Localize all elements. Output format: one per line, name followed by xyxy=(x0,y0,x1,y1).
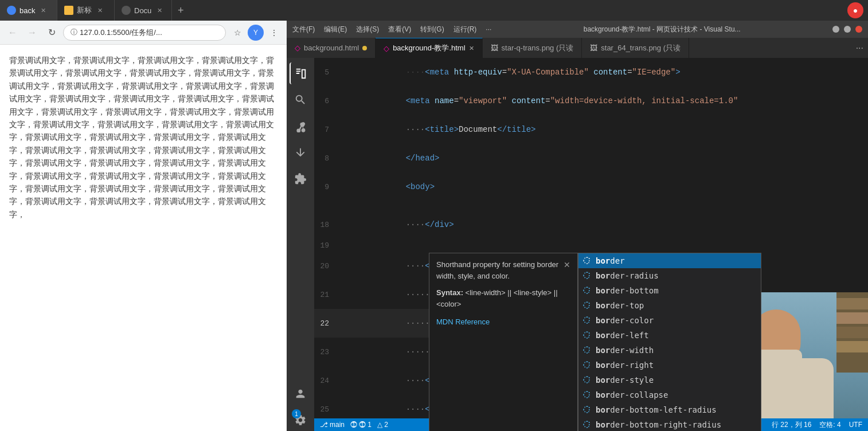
star-button[interactable]: ☆ xyxy=(229,25,245,41)
address-text: 127.0.0.1:5500/任务组/... xyxy=(80,28,162,38)
autocomplete-item-border-left[interactable]: border-left xyxy=(578,328,761,343)
autocomplete-item-border-right[interactable]: border-right xyxy=(578,358,761,373)
close-button[interactable] xyxy=(855,26,862,33)
activity-account[interactable] xyxy=(290,383,311,405)
status-warnings[interactable]: △ 2 xyxy=(377,421,388,429)
nav-forward-button[interactable]: → xyxy=(24,25,40,41)
code-line-9: 9 <body> xyxy=(314,173,868,201)
nav-back-button[interactable]: ← xyxy=(5,25,21,41)
minimize-button[interactable] xyxy=(832,26,839,33)
autocomplete-item-border-bottom-left-radius[interactable]: border-bottom-left-radius xyxy=(578,402,761,417)
activity-explorer[interactable] xyxy=(290,62,311,84)
activity-git[interactable] xyxy=(290,115,311,137)
tab-bg-jx-close[interactable]: ✕ xyxy=(469,45,474,52)
back-tab-close[interactable]: ✕ xyxy=(41,7,46,14)
code-line-8: 8 </head> xyxy=(314,144,868,173)
autocomplete-list: borderborder-radiusborder-bottomborder-t… xyxy=(578,253,761,431)
tooltip-syntax-label: Syntax: <line-width> || <line-style> || … xyxy=(436,287,570,309)
css-property-icon xyxy=(583,257,591,265)
css-property-icon xyxy=(583,346,591,354)
warning-count: △ 2 xyxy=(377,421,388,429)
code-gap xyxy=(314,201,868,210)
tab-bg-html-label: background.html xyxy=(304,44,359,52)
css-property-icon xyxy=(583,301,591,309)
autocomplete-item-label: border-bottom-left-radius xyxy=(596,405,717,414)
activity-debug[interactable] xyxy=(290,142,311,163)
menu-view[interactable]: 查看(V) xyxy=(388,25,411,34)
vscode-more-tabs[interactable]: ··· xyxy=(851,38,868,58)
autocomplete-item-border-radius[interactable]: border-radius xyxy=(578,268,761,283)
css-property-icon xyxy=(583,287,591,295)
new-tab-close[interactable]: ✕ xyxy=(97,7,103,14)
maximize-button[interactable] xyxy=(844,26,851,33)
menu-more[interactable]: ··· xyxy=(486,25,491,33)
vscode-tab-star-64[interactable]: 🖼 star_64_trans.png (只读 xyxy=(582,38,689,58)
git-icon: ⎇ xyxy=(320,421,328,429)
autocomplete-item-border-bottom[interactable]: border-bottom xyxy=(578,283,761,298)
docu-tab-close[interactable]: ✕ xyxy=(157,7,162,14)
activity-settings[interactable]: 1 xyxy=(290,409,311,431)
back-tab-label: back xyxy=(19,6,35,15)
activity-search[interactable] xyxy=(290,89,311,111)
more-button[interactable]: ⋮ xyxy=(266,25,282,41)
status-spaces[interactable]: 空格: 4 xyxy=(819,420,840,430)
autocomplete-item-label: border xyxy=(596,256,625,265)
browser-tab-back[interactable]: back ✕ xyxy=(0,0,57,21)
browser-tab-bar: back ✕ 新标 ✕ Docu ✕ + ● xyxy=(0,0,868,21)
tab-star-q-label: star-q-trans.png (只读 xyxy=(502,43,574,53)
menu-goto[interactable]: 转到(G) xyxy=(420,25,444,34)
autocomplete-item-label: border-right xyxy=(596,361,654,370)
status-encoding[interactable]: UTF xyxy=(849,421,862,429)
browser-tab-docu[interactable]: Docu ✕ xyxy=(115,0,172,21)
profile-button[interactable]: Y xyxy=(248,25,264,41)
menu-file[interactable]: 文件(F) xyxy=(292,25,315,34)
status-errors[interactable]: ⓵ ⓵ 1 xyxy=(350,421,372,429)
main-area: ← → ↻ ⓘ 127.0.0.1:5500/任务组/... ☆ Y ⋮ 背景调… xyxy=(0,21,868,431)
autocomplete-item-border-style[interactable]: border-style xyxy=(578,373,761,387)
menu-edit[interactable]: 编辑(E) xyxy=(324,25,347,34)
vscode-title: background-教学.html - 网页设计技术 - Visual Stu… xyxy=(498,25,826,34)
browser-nav: ← → ↻ ⓘ 127.0.0.1:5500/任务组/... ☆ Y ⋮ xyxy=(0,21,287,45)
browser-panel: ← → ↻ ⓘ 127.0.0.1:5500/任务组/... ☆ Y ⋮ 背景调… xyxy=(0,21,287,431)
menu-select[interactable]: 选择(S) xyxy=(356,25,379,34)
autocomplete-item-border-top[interactable]: border-top xyxy=(578,298,761,313)
bookshelf xyxy=(836,292,868,373)
autocomplete-item-border-bottom-right-radius[interactable]: border-bottom-right-radius xyxy=(578,417,761,431)
autocomplete-item-border-width[interactable]: border-width xyxy=(578,343,761,358)
mdn-reference-link[interactable]: MDN Reference xyxy=(436,318,490,326)
vscode-tab-bg-html[interactable]: ◇ background.html xyxy=(287,38,376,58)
vscode-tab-bg-jx[interactable]: ◇ background-教学.html ✕ xyxy=(376,38,482,58)
code-line-19: 19 xyxy=(314,239,868,252)
line-col-text: 行 22，列 16 xyxy=(772,420,811,430)
autocomplete-tooltip-close[interactable]: ✕ xyxy=(564,259,570,271)
autocomplete-item-border[interactable]: border xyxy=(578,253,761,268)
new-browser-tab-button[interactable]: + xyxy=(172,0,190,21)
nav-refresh-button[interactable]: ↻ xyxy=(44,25,60,41)
tab-bg-jx-icon: ◇ xyxy=(384,44,389,53)
activity-extensions[interactable] xyxy=(290,168,311,190)
status-git-branch[interactable]: ⎇ main xyxy=(320,421,345,429)
status-line-col[interactable]: 行 22，列 16 xyxy=(772,420,811,430)
autocomplete-item-label: border-radius xyxy=(596,271,659,280)
autocomplete-item-border-collapse[interactable]: border-collapse xyxy=(578,387,761,402)
autocomplete-item-border-color[interactable]: border-color xyxy=(578,313,761,328)
encoding-text: UTF xyxy=(849,421,862,429)
tab-star-64-label: star_64_trans.png (只读 xyxy=(601,43,681,53)
vscode-window-buttons xyxy=(832,26,862,33)
status-left: ⎇ main ⓵ ⓵ 1 △ 2 xyxy=(320,421,388,429)
css-property-icon xyxy=(583,361,591,369)
autocomplete-item-label: border-top xyxy=(596,301,644,310)
tab-star-q-icon: 🖼 xyxy=(491,44,498,52)
settings-notification-badge: 1 xyxy=(292,409,301,418)
docu-tab-favicon xyxy=(122,6,131,15)
error-count: ⓵ 1 xyxy=(359,421,372,429)
address-bar[interactable]: ⓘ 127.0.0.1:5500/任务组/... xyxy=(63,25,226,41)
menu-run[interactable]: 运行(R) xyxy=(453,25,477,34)
code-line-18: 18 ····</div> xyxy=(314,210,868,239)
browser-tab-new[interactable]: 新标 ✕ xyxy=(57,0,115,21)
editor-area: 5 ····<meta http-equiv="X-UA-Compatible"… xyxy=(314,58,868,431)
vscode-tab-star-q[interactable]: 🖼 star-q-trans.png (只读 xyxy=(483,38,582,58)
browser-icon-red: ● xyxy=(847,2,863,18)
tooltip-mdn[interactable]: MDN Reference xyxy=(436,316,570,328)
tab-bg-html-dot xyxy=(362,46,367,50)
